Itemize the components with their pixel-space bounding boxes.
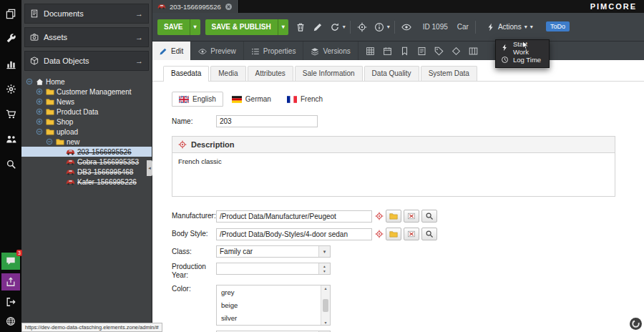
save-button[interactable]: SAVE ▾ [157, 19, 200, 35]
manufacturer-open-button[interactable] [386, 210, 401, 223]
leftbar-tools-button[interactable] [2, 31, 19, 47]
manufacturer-target-icon[interactable] [375, 212, 384, 220]
sidebar-collapse-handle[interactable]: ◂ [147, 160, 152, 176]
save-publish-dropdown-caret[interactable]: ▾ [278, 19, 288, 35]
bookmark-button[interactable] [397, 44, 413, 59]
body-style-open-button[interactable] [386, 228, 401, 240]
tree-item-upload[interactable]: upload [21, 127, 152, 137]
scroll-up-icon[interactable]: ▴ [324, 285, 326, 290]
leftbar-search-button[interactable] [2, 156, 19, 172]
notes-events-button[interactable] [414, 44, 430, 59]
custom-layout-button[interactable] [466, 44, 482, 59]
color-option-silver[interactable]: silver [217, 311, 330, 324]
content-tab-basedata[interactable]: Basedata [163, 66, 209, 82]
content-tab-system-data[interactable]: System Data [421, 66, 477, 81]
tree-item-shop[interactable]: Shop [21, 117, 152, 127]
leftbar-quick-files-button[interactable] [2, 6, 19, 21]
calendar-button[interactable] [380, 44, 396, 59]
open-preview-button[interactable] [399, 20, 414, 34]
open-object-tab[interactable]: 203-1566995526 [152, 0, 239, 13]
leftbar-notifications-button[interactable]: 3 [1, 253, 20, 270]
locate-in-tree-button[interactable] [355, 20, 369, 34]
tab-edit[interactable]: Edit [152, 42, 191, 61]
tree-item-news[interactable]: News [21, 97, 152, 107]
color-listbox[interactable]: greybeigesilver ▴ ▾ [216, 285, 331, 326]
leftbar-customers-button[interactable] [2, 131, 19, 147]
chevron-down-icon[interactable]: ▾ [318, 246, 330, 257]
manufacturer-remove-button[interactable] [404, 210, 419, 223]
plus-expander-icon[interactable] [36, 88, 44, 95]
tags-button[interactable] [431, 44, 447, 59]
body-style-input[interactable] [216, 228, 372, 240]
leftbar-language-button[interactable] [2, 313, 19, 329]
tree-item-cobra-1566995353[interactable]: Cobra-1566995353 [21, 157, 152, 167]
tree-item-203-1566995526[interactable]: 203-1566995526 [21, 147, 152, 157]
close-tab-icon[interactable] [225, 3, 233, 11]
color-option-beige[interactable]: beige [217, 298, 330, 311]
tree-item-customer-management[interactable]: Customer Management [21, 87, 152, 97]
plus-expander-icon[interactable] [36, 108, 44, 115]
tree-item-product-data[interactable]: Product Data [21, 107, 152, 117]
save-dropdown-caret[interactable]: ▾ [190, 19, 200, 35]
delete-button[interactable] [293, 20, 308, 34]
leftbar-reports-button[interactable] [2, 56, 19, 72]
todo-badge[interactable]: ToDo [546, 21, 570, 31]
tree-item-db3-1566995468[interactable]: DB3-1566995468 [21, 167, 152, 177]
description-language-target-icon[interactable] [178, 140, 187, 149]
class-select[interactable]: Family car ▾ [216, 245, 331, 258]
language-tab-english[interactable]: English [172, 92, 223, 107]
leftbar-settings-button[interactable] [2, 81, 19, 97]
leftbar-share-button[interactable] [1, 273, 20, 290]
plus-expander-icon[interactable] [36, 118, 44, 125]
save-publish-button[interactable]: SAVE & PUBLISH ▾ [205, 19, 288, 35]
spinner-arrows[interactable]: ▴▾ [318, 263, 330, 274]
tab-versions[interactable]: Versions [303, 42, 358, 61]
bolt-icon [501, 44, 509, 52]
sidebar-panel-documents[interactable]: Documents→ [24, 4, 149, 24]
sidebar-panel-data-objects[interactable]: Data Objects→ [24, 51, 149, 71]
content-tab-media[interactable]: Media [210, 66, 245, 81]
minus-expander-icon[interactable] [46, 138, 54, 145]
information-dropdown-caret[interactable]: ▾ [387, 24, 390, 30]
minus-expander-icon[interactable] [26, 78, 34, 85]
tab-properties[interactable]: Properties [244, 42, 304, 61]
scroll-down-icon[interactable]: ▾ [324, 320, 326, 325]
pimcore-corner-badge[interactable] [630, 318, 642, 330]
production-year-spinner[interactable]: ▴▾ [216, 263, 331, 275]
content-tab-attributes[interactable]: Attributes [248, 66, 293, 81]
color-option-grey[interactable]: grey [217, 285, 330, 298]
language-tab-german[interactable]: German [225, 92, 278, 107]
reload-dropdown-caret[interactable]: ▾ [343, 24, 346, 30]
body-style-search-button[interactable] [421, 228, 437, 240]
color-scrollbar[interactable]: ▴ ▾ [321, 285, 330, 325]
menu-item-start-work[interactable]: Start Work [496, 42, 549, 54]
plus-expander-icon[interactable] [36, 98, 44, 105]
language-tab-french[interactable]: French [280, 92, 330, 107]
scroll-thumb[interactable] [323, 299, 328, 312]
manufacturer-input[interactable] [216, 210, 372, 223]
content-tab-sale-information[interactable]: Sale Information [295, 66, 363, 81]
dependencies-button[interactable] [449, 44, 464, 59]
minus-expander-icon[interactable] [36, 128, 44, 135]
folder-icon [46, 97, 54, 106]
description-value[interactable]: French classic [172, 153, 615, 196]
menu-item-log-time[interactable]: Log Time [496, 54, 549, 66]
actions-button[interactable]: Actions ▾ ▾ [487, 23, 533, 31]
content-tab-data-quality[interactable]: Data Quality [364, 66, 419, 81]
tree-item-new[interactable]: new [21, 137, 152, 147]
leftbar-logout-button[interactable] [2, 294, 19, 310]
leftbar-ecommerce-button[interactable] [2, 106, 19, 122]
body-style-target-icon[interactable] [375, 230, 384, 238]
tree-item-kafer-1566995226[interactable]: Kafer-1566995226 [21, 177, 152, 187]
schedule-button[interactable] [363, 44, 379, 59]
body-style-remove-button[interactable] [404, 228, 419, 240]
name-input[interactable] [216, 115, 318, 127]
manufacturer-search-button[interactable] [421, 210, 437, 223]
information-button[interactable] [372, 20, 386, 34]
actions-split-caret-icon[interactable]: ▾ [530, 24, 533, 30]
tree-item-home[interactable]: Home [21, 77, 152, 87]
sidebar-panel-assets[interactable]: Assets→ [24, 27, 149, 47]
tab-preview[interactable]: Preview [191, 42, 244, 61]
reload-button[interactable] [328, 20, 342, 34]
rename-button[interactable] [311, 20, 325, 34]
